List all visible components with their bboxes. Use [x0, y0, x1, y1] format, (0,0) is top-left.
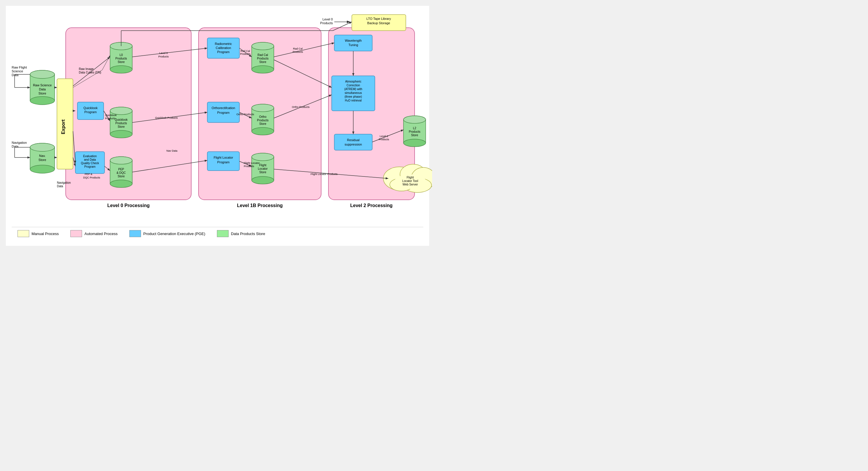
legend-pge: Product Generation Executive (PGE): [129, 230, 205, 237]
svg-text:Level 2: Level 2: [379, 135, 388, 138]
svg-point-8: [30, 143, 55, 152]
svg-text:Tuning: Tuning: [348, 43, 358, 47]
svg-text:Data: Data: [39, 88, 46, 91]
l2-store-bottom: [403, 139, 426, 147]
nav-data-label: Navigation: [12, 141, 27, 144]
svg-text:Rad Cal: Rad Cal: [241, 49, 250, 53]
svg-text:Correction: Correction: [346, 84, 360, 87]
svg-text:Program: Program: [217, 111, 229, 114]
pep-dqc-store-bottom: [110, 180, 132, 188]
svg-text:Science: Science: [12, 69, 23, 73]
svg-text:Locator: Locator: [258, 167, 268, 170]
flight-locator-webserver-cloud: Flight Locator Tool Web Server: [383, 164, 432, 193]
svg-text:Store: Store: [38, 92, 46, 95]
svg-text:Store: Store: [259, 60, 266, 64]
svg-text:Locator Tool: Locator Tool: [402, 179, 418, 182]
svg-text:Store: Store: [38, 158, 46, 162]
nav-store-bottom: [30, 165, 55, 173]
svg-text:Products: Products: [244, 165, 254, 168]
svg-text:Nav Data: Nav Data: [166, 149, 178, 152]
level1b-label: Level 1B Processing: [237, 203, 283, 208]
svg-text:and Data: and Data: [84, 158, 96, 161]
lto-label: LTO Tape Library: [366, 17, 391, 21]
legend-automated: Automated Process: [70, 230, 117, 237]
legend-store-box: [217, 230, 228, 237]
legend-manual-label: Manual Process: [32, 232, 59, 236]
wavelength-label: Wavelength: [345, 39, 362, 42]
svg-text:Flight: Flight: [407, 176, 414, 179]
legend-manual-box: [18, 230, 29, 237]
svg-text:Program: Program: [84, 165, 95, 168]
svg-text:Quality Check: Quality Check: [81, 162, 99, 165]
svg-text:Products: Products: [320, 21, 333, 25]
raw-flight-label: Raw Flight: [12, 66, 27, 69]
svg-text:Flight Locator Products: Flight Locator Products: [311, 173, 338, 175]
svg-text:(ATREM) with: (ATREM) with: [344, 88, 362, 91]
rad-cal-store-label: Rad Cal: [257, 54, 268, 57]
svg-text:Products: Products: [257, 119, 268, 122]
svg-text:Store: Store: [118, 60, 125, 64]
orthorect-label: Orthorectifcation: [212, 106, 235, 110]
legend-automated-box: [70, 230, 82, 237]
l0-store-label: L0: [119, 54, 123, 57]
svg-point-25: [110, 157, 132, 164]
svg-text:Products: Products: [105, 117, 116, 120]
svg-text:Data: Data: [12, 73, 19, 77]
svg-text:DQC Products: DQC Products: [83, 176, 100, 179]
flight-locator-prog-label: Flight Locator: [214, 156, 233, 159]
svg-text:Calibration: Calibration: [216, 46, 231, 49]
legend-store: Data Products Store: [217, 230, 265, 237]
svg-text:Program: Program: [217, 160, 229, 164]
svg-text:Quicklook: Quicklook: [105, 114, 117, 117]
svg-text:Ortho Products: Ortho Products: [292, 106, 310, 108]
level2-label: Level 2 Processing: [350, 203, 393, 208]
atrem-label: Atmospheric: [345, 80, 362, 83]
level0-label: Level 0 Processing: [107, 203, 150, 208]
svg-text:Store: Store: [118, 125, 125, 128]
svg-text:Rad Cal: Rad Cal: [293, 47, 303, 50]
legend-manual: Manual Process: [18, 230, 59, 237]
svg-text:Ortho Products: Ortho Products: [237, 113, 254, 116]
nav-store-label: Nav.: [39, 154, 45, 158]
legend-store-label: Data Products Store: [231, 232, 265, 236]
svg-text:Products: Products: [409, 130, 420, 133]
legend: Manual Process Automated Process Product…: [12, 227, 423, 240]
svg-text:Products: Products: [379, 138, 389, 141]
legend-automated-label: Automated Process: [84, 232, 117, 236]
navigation-data-label: Navigation: [57, 181, 71, 184]
svg-text:Products: Products: [292, 51, 303, 54]
pep-dqc-store-label: PEP: [118, 168, 124, 171]
svg-text:Store: Store: [411, 134, 418, 137]
diagram-container: Level 0 Processing Level 1B Processing L…: [6, 6, 429, 246]
flight-locator-store-label: Flight: [259, 164, 267, 167]
l2-store-label: L2: [413, 127, 416, 130]
svg-text:H₂O retrieval: H₂O retrieval: [345, 99, 362, 102]
svg-text:Products: Products: [115, 57, 127, 60]
svg-text:Level 0: Level 0: [322, 18, 333, 21]
svg-point-47: [252, 104, 274, 112]
svg-text:Data: Data: [57, 184, 63, 188]
svg-text:Products: Products: [115, 122, 127, 125]
svg-text:Flight Locator: Flight Locator: [244, 162, 260, 165]
svg-text:Store: Store: [118, 175, 125, 178]
svg-text:(three phase): (three phase): [344, 95, 362, 98]
raw-image-label: Raw Image: [79, 67, 94, 71]
residual-label: Residual: [347, 138, 360, 142]
svg-text:Store: Store: [259, 122, 266, 125]
main-diagram: Level 0 Processing Level 1B Processing L…: [12, 12, 432, 222]
raw-science-store-bottom: [30, 97, 55, 105]
svg-point-72: [403, 116, 426, 123]
svg-text:PEP &: PEP &: [85, 173, 92, 175]
residual-box: [334, 134, 372, 150]
quicklook-store-label: Quicklook: [115, 118, 128, 121]
svg-text:Products: Products: [257, 57, 268, 60]
svg-text:Program: Program: [84, 110, 97, 114]
quicklook-store-bottom: [110, 130, 132, 138]
svg-text:Store: Store: [259, 171, 266, 174]
svg-text:Products: Products: [158, 55, 169, 58]
svg-text:& DQC: & DQC: [117, 171, 126, 174]
svg-text:suppression: suppression: [344, 143, 362, 146]
ortho-store-label: Ortho: [259, 115, 266, 119]
legend-pge-label: Product Generation Executive (PGE): [143, 232, 205, 236]
rad-cal-store-bottom: [252, 66, 274, 73]
